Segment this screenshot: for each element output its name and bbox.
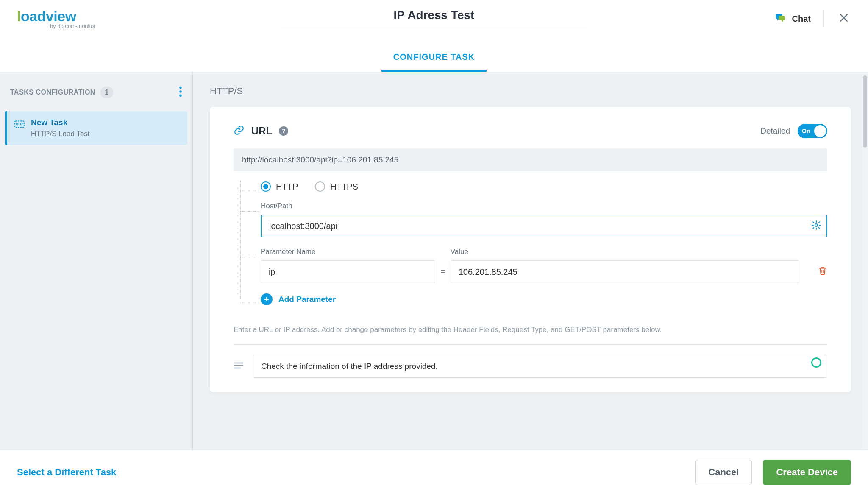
toggle-knob	[814, 125, 826, 137]
radio-http-label: HTTP	[276, 182, 298, 192]
drag-handle[interactable]	[234, 361, 244, 371]
svg-rect-1	[779, 16, 785, 20]
logo-text-view: view	[46, 8, 76, 25]
add-parameter-label: Add Parameter	[278, 295, 336, 304]
sidebar: TASKS CONFIGURATION 1 HTTP New T	[0, 72, 193, 450]
radio-https[interactable]: HTTPS	[315, 181, 358, 192]
chat-label: Chat	[792, 14, 811, 24]
vertical-separator	[823, 10, 824, 27]
task-item-title: New Task	[31, 118, 181, 127]
card-divider	[234, 344, 827, 345]
task-item-subtitle: HTTP/S Load Test	[31, 130, 181, 138]
param-name-label: Parameter Name	[261, 248, 435, 256]
section-title: HTTP/S	[210, 86, 851, 97]
add-parameter-button[interactable]: + Add Parameter	[261, 293, 827, 305]
page-title: IP Adress Test	[281, 8, 587, 29]
gear-icon	[811, 224, 821, 232]
footer: Select a Different Task Cancel Create De…	[0, 450, 868, 494]
main-content: HTTP/S URL ? Detailed On	[193, 72, 868, 450]
detailed-toggle[interactable]: On	[798, 124, 827, 138]
url-card-title: URL	[251, 125, 272, 137]
svg-point-3	[179, 90, 182, 93]
toggle-on-text: On	[802, 128, 810, 134]
tab-configure-task[interactable]: CONFIGURE TASK	[381, 45, 487, 72]
close-button[interactable]	[837, 11, 851, 27]
chat-icon	[774, 12, 786, 25]
chat-button[interactable]: Chat	[774, 12, 811, 25]
svg-point-2	[179, 87, 182, 89]
page-title-wrap: IP Adress Test	[281, 8, 587, 29]
tab-bar: CONFIGURE TASK	[0, 37, 868, 72]
host-settings-button[interactable]	[811, 220, 821, 232]
task-count-badge: 1	[100, 87, 113, 98]
topbar: l oad view by dotcom-monitor IP Adress T…	[0, 0, 868, 37]
create-device-button[interactable]: Create Device	[763, 460, 851, 485]
logo-text-oad: oad	[21, 8, 46, 25]
sidebar-title: TASKS CONFIGURATION	[10, 89, 95, 96]
brand-logo[interactable]: l oad view by dotcom-monitor	[17, 8, 96, 29]
more-vertical-icon	[179, 92, 182, 99]
url-hint-text: Enter a URL or IP address. Add or change…	[234, 326, 827, 334]
full-url-display: http://localhost:3000/api?ip=106.201.85.…	[234, 148, 827, 171]
trash-icon	[818, 270, 827, 277]
equals-sign: =	[440, 267, 445, 283]
link-icon	[234, 125, 245, 137]
svg-text:HTTP: HTTP	[16, 123, 24, 126]
grammarly-icon	[811, 357, 821, 368]
logo-subtitle: by dotcom-monitor	[50, 23, 96, 29]
protocol-radio-group: HTTP HTTPS	[261, 181, 827, 192]
logo-text-l: l	[17, 8, 21, 25]
param-name-input[interactable]	[261, 260, 435, 283]
svg-point-7	[815, 224, 818, 226]
svg-point-4	[179, 95, 182, 97]
select-different-task-link[interactable]: Select a Different Task	[17, 467, 116, 478]
host-path-input[interactable]	[261, 215, 827, 237]
close-icon	[838, 17, 849, 25]
task-description-input[interactable]	[253, 355, 827, 378]
scrollbar-thumb[interactable]	[863, 75, 867, 148]
cancel-button[interactable]: Cancel	[695, 460, 752, 485]
url-card: URL ? Detailed On http://localhost:3000/…	[210, 107, 851, 392]
param-value-label: Value	[451, 248, 799, 256]
detailed-label: Detailed	[760, 126, 790, 136]
help-icon[interactable]: ?	[279, 126, 288, 136]
radio-https-label: HTTPS	[330, 182, 358, 192]
param-value-input[interactable]	[451, 260, 799, 283]
delete-param-button[interactable]	[818, 265, 827, 283]
lines-icon	[234, 364, 244, 371]
plus-circle-icon: +	[261, 293, 273, 305]
host-path-label: Host/Path	[261, 202, 827, 210]
scrollbar-track[interactable]	[862, 75, 868, 449]
http-task-icon: HTTP	[14, 119, 25, 130]
radio-http[interactable]: HTTP	[261, 181, 298, 192]
sidebar-menu-button[interactable]	[179, 86, 182, 99]
task-item[interactable]: HTTP New Task HTTP/S Load Test	[5, 111, 187, 145]
